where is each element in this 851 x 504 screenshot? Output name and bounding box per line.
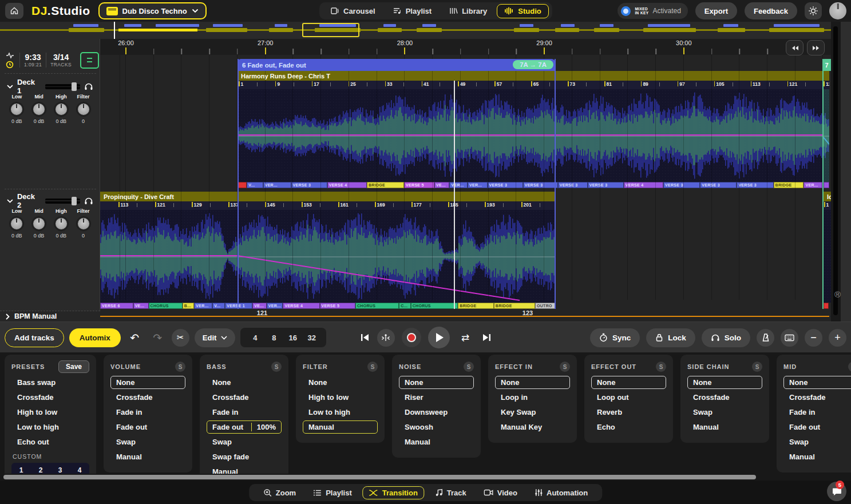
transition-option[interactable]: Fade out100%: [207, 420, 282, 434]
transition-option[interactable]: Crossfade: [783, 391, 851, 404]
sync-badge[interactable]: S: [560, 362, 570, 372]
section-chip[interactable]: VERSE 1: [225, 303, 252, 309]
deck-2-volume-slider[interactable]: [45, 199, 81, 204]
custom-slot-2[interactable]: 2: [31, 466, 50, 474]
undo-button[interactable]: ↶: [126, 329, 144, 347]
section-chip[interactable]: VERSE 3: [488, 182, 523, 188]
support-chat-button[interactable]: 5: [827, 482, 846, 501]
tab-playlist-editor[interactable]: Playlist: [307, 486, 358, 499]
custom-slot-3[interactable]: 3: [50, 466, 70, 474]
transition-option[interactable]: Manual: [399, 435, 474, 449]
feedback-button[interactable]: Feedback: [745, 2, 797, 19]
tab-video[interactable]: Video: [477, 486, 524, 499]
section-chip[interactable]: [238, 182, 247, 188]
track-1-sections[interactable]: V...VER...VERSE 3VERSE 4BRIDGEVERSE 5VE.…: [238, 182, 822, 188]
knob-dial[interactable]: [10, 102, 23, 116]
tab-playlist[interactable]: Playlist: [385, 4, 440, 18]
jump-back-button[interactable]: [786, 40, 803, 55]
section-chip[interactable]: VERSE 5: [320, 303, 355, 309]
transition-option[interactable]: Swap: [110, 435, 185, 449]
transition-option[interactable]: Manual Key: [495, 420, 570, 434]
preset-item[interactable]: Low to high: [11, 420, 89, 434]
section-chip[interactable]: [824, 303, 829, 309]
tab-automation[interactable]: Automation: [528, 486, 594, 499]
transition-option[interactable]: Swoosh: [399, 420, 474, 434]
knob-dial[interactable]: [54, 217, 68, 231]
section-chip[interactable]: VERSE 3: [558, 182, 588, 188]
transition-option[interactable]: Fade in: [207, 406, 282, 419]
section-chip[interactable]: VER...: [468, 182, 488, 188]
transition-option[interactable]: None: [207, 376, 282, 389]
section-chip[interactable]: VERSE 4: [327, 182, 367, 188]
edit-cursor[interactable]: [454, 81, 455, 309]
track-1-waveform[interactable]: [238, 89, 829, 182]
section-chip[interactable]: VERSE 4: [283, 303, 319, 309]
knob-dial[interactable]: [77, 102, 90, 116]
transition-option[interactable]: None: [687, 376, 762, 389]
transition-option[interactable]: Low to high: [303, 406, 378, 419]
sync-badge[interactable]: S: [367, 362, 378, 372]
solo-button[interactable]: Solo: [702, 328, 750, 347]
lock-button[interactable]: Lock: [646, 328, 695, 347]
transition-option[interactable]: Manual: [783, 450, 851, 463]
section-chip[interactable]: VE...: [252, 303, 267, 309]
section-chip[interactable]: VER...: [803, 182, 822, 188]
zoom-in-button[interactable]: +: [829, 329, 846, 347]
sync-badge[interactable]: S: [752, 362, 762, 372]
section-chip[interactable]: VERSE 3: [737, 182, 773, 188]
jump-forward-button[interactable]: [807, 40, 825, 55]
track-2-beat-ruler[interactable]: 113121129137145153161169177185193201209: [100, 201, 555, 210]
limiter-meter[interactable]: [80, 52, 99, 69]
bpm-manual-row[interactable]: BPM Manual: [0, 311, 100, 322]
transition-option[interactable]: Manual: [207, 465, 282, 474]
section-chip[interactable]: VERSE 4: [624, 182, 663, 188]
transition-option[interactable]: Crossfade: [110, 391, 185, 404]
transition-option[interactable]: Echo: [591, 420, 666, 434]
section-chip[interactable]: VERSE 5: [404, 182, 434, 188]
track-1-title-bar[interactable]: Harmony Runs Deep - Chris T: [238, 71, 829, 81]
tab-zoom[interactable]: Zoom: [257, 486, 302, 499]
transition-option[interactable]: High to low: [303, 391, 378, 404]
track-7-waveform[interactable]: [824, 210, 831, 303]
tab-library[interactable]: Library: [441, 4, 494, 18]
section-chip[interactable]: BRIDGE: [367, 182, 404, 188]
preset-item[interactable]: Crossfade: [11, 391, 89, 404]
transition-6-header[interactable]: 6 Fade out, Fade out 7A → 7A: [238, 59, 555, 71]
transition-option[interactable]: Riser: [399, 391, 474, 404]
section-chip[interactable]: VE...: [434, 182, 449, 188]
deck-2-header[interactable]: Deck 2: [0, 195, 100, 207]
transition-option[interactable]: Fade in: [783, 406, 851, 419]
transition-option[interactable]: Swap: [783, 435, 851, 449]
transition-option[interactable]: None: [591, 376, 666, 389]
transition-end-line[interactable]: [555, 59, 556, 309]
section-chip[interactable]: VERSE 3: [700, 182, 737, 188]
track-1-beat-ruler[interactable]: 191725334149576573818997105113121129: [238, 81, 829, 89]
option-value[interactable]: 100%: [251, 423, 276, 431]
transition-option[interactable]: Fade out: [110, 420, 185, 434]
mix-overview-minimap[interactable]: [0, 22, 851, 39]
time-ruler[interactable]: 26:0027:0028:0029:0030:00: [100, 39, 831, 55]
record-button[interactable]: [402, 328, 421, 347]
add-tracks-button[interactable]: Add tracks: [5, 328, 64, 347]
section-chip[interactable]: V...: [247, 182, 263, 188]
tab-transition[interactable]: Transition: [363, 486, 424, 499]
sync-button[interactable]: Sync: [590, 328, 640, 347]
section-chip[interactable]: CHORUS: [149, 303, 183, 309]
transition-option[interactable]: Swap: [207, 435, 282, 449]
metronome-button[interactable]: [757, 329, 774, 347]
transition-7-start-line[interactable]: [822, 59, 824, 309]
section-chip[interactable]: CHORUS: [411, 303, 458, 309]
knob-dial[interactable]: [77, 217, 90, 231]
beat-jump-16[interactable]: 16: [284, 334, 302, 342]
transition-start-line[interactable]: [238, 59, 239, 309]
transition-option[interactable]: None: [783, 376, 851, 389]
horizontal-scrollbar-thumb[interactable]: [3, 475, 756, 479]
preset-item[interactable]: High to low: [11, 406, 89, 419]
sync-badge[interactable]: S: [175, 362, 185, 372]
skip-to-start-button[interactable]: [360, 333, 370, 342]
cut-button[interactable]: ✂: [172, 329, 189, 347]
transition-option[interactable]: Manual: [110, 450, 185, 463]
section-chip[interactable]: VERSE 3: [588, 182, 624, 188]
transition-option[interactable]: Crossfade: [207, 391, 282, 404]
section-chip[interactable]: [824, 182, 829, 188]
